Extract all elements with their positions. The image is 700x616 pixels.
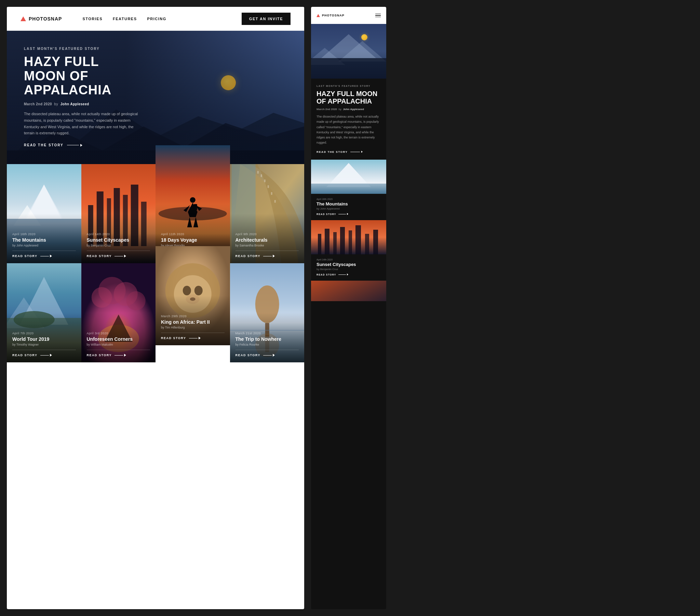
hamburger-menu-icon[interactable] xyxy=(375,14,381,17)
nav-pricing[interactable]: PRICING xyxy=(147,17,166,21)
arrow-icon xyxy=(40,255,52,257)
mobile-card-img-2 xyxy=(311,220,386,254)
grid-item-1[interactable]: April 16th 2020 The Mountains by John Ap… xyxy=(7,164,82,263)
grid-read-btn-7[interactable]: READ STORY xyxy=(161,333,225,340)
hero-author: John Appleseed xyxy=(61,102,89,106)
grid-item-7[interactable]: March 29th 2020 King on Africa: Part II … xyxy=(155,246,230,345)
mobile-header: PHOTOSNAP xyxy=(311,7,386,24)
grid-read-btn-4[interactable]: READ STORY xyxy=(236,250,299,258)
arrow-line xyxy=(40,355,49,356)
mobile-card-1[interactable]: April 16th 2020 The Mountains by John Ap… xyxy=(311,160,386,220)
grid-content-6: April 3rd 2020 Unforeseen Corners by Wil… xyxy=(82,326,156,362)
grid-read-label-1: READ STORY xyxy=(12,254,38,258)
grid-read-btn-2[interactable]: READ STORY xyxy=(87,250,150,258)
mobile-card-author-1: by John Appleseed xyxy=(316,207,381,210)
nav-features[interactable]: FEATURES xyxy=(113,17,137,21)
grid-item-2[interactable]: April 14th 2020 Sunset Cityscapes by Ben… xyxy=(82,164,156,263)
grid-title-1: The Mountains xyxy=(12,237,76,243)
mobile-card-content-1: April 16th 2020 The Mountains by John Ap… xyxy=(311,194,386,220)
hero-meta: March 2nd 2020 by John Appleseed xyxy=(24,102,140,106)
grid-title-3: 18 Days Voyage xyxy=(161,237,225,243)
mobile-hero-read-link[interactable]: READ THE STORY xyxy=(316,150,381,153)
svg-rect-74 xyxy=(365,234,369,254)
svg-rect-76 xyxy=(311,281,386,301)
grid-date-6: April 3rd 2020 xyxy=(87,332,150,335)
arrow-line xyxy=(40,256,49,256)
svg-rect-73 xyxy=(355,225,361,254)
grid-read-btn-6[interactable]: READ STORY xyxy=(87,350,150,357)
svg-rect-69 xyxy=(325,229,329,254)
mobile-read-btn-1[interactable]: READ STORY xyxy=(316,213,381,215)
mobile-partial-svg xyxy=(311,281,386,301)
hero-title: HAZY FULL MOON OF APPALACHIA xyxy=(24,55,140,97)
arrow-line xyxy=(350,152,360,152)
hamburger-line-1 xyxy=(375,14,381,14)
mobile-card-2[interactable]: April 14th 2020 Sunset Cityscapes by Ben… xyxy=(311,220,386,280)
mobile-read-label: READ THE STORY xyxy=(316,150,348,153)
grid-item-4[interactable]: April 9th 2020 Architecturals by Samanth… xyxy=(230,164,304,263)
logo[interactable]: PHOTOSNAP xyxy=(21,16,62,22)
grid-item-3[interactable]: April 11th 2020 18 Days Voyage by Alexei… xyxy=(155,145,230,263)
hamburger-line-3 xyxy=(375,17,381,17)
mobile-logo[interactable]: PHOTOSNAP xyxy=(316,14,345,17)
mobile-mtn-svg xyxy=(311,160,386,194)
arrow-icon xyxy=(67,144,83,147)
arrow-head xyxy=(273,354,275,357)
logo-triangle-icon xyxy=(21,16,26,21)
hamburger-line-2 xyxy=(375,15,381,16)
arrow-line xyxy=(263,256,272,256)
mobile-card-content-2: April 14th 2020 Sunset Cityscapes by Ben… xyxy=(311,254,386,280)
mobile-hero-title: HAZY FULL MOON OF APPALACHIA xyxy=(316,90,381,105)
grid-author-1: by John Appleseed xyxy=(12,244,76,247)
mobile-hero-eyebrow: LAST MONTH'S FEATURED STORY xyxy=(316,85,381,87)
read-story-label: READ THE STORY xyxy=(24,143,64,147)
mobile-read-label-2: READ STORY xyxy=(316,273,336,276)
mobile-read-label-1: READ STORY xyxy=(316,213,336,215)
mobile-card-title-2: Sunset Cityscapes xyxy=(316,262,381,267)
arrow-line xyxy=(338,274,346,275)
grid-content-8: March 21st 2020 The Trip to Nowhere by F… xyxy=(230,326,304,362)
grid-item-8[interactable]: March 21st 2020 The Trip to Nowhere by F… xyxy=(230,263,304,362)
arrow-head xyxy=(50,255,52,257)
arrow-head xyxy=(50,354,52,357)
mobile-hero-svg xyxy=(311,24,386,78)
arrow-icon xyxy=(263,255,275,257)
grid-item-5[interactable]: April 7th 2020 World Tour 2019 by Timoth… xyxy=(7,263,82,362)
svg-rect-70 xyxy=(333,232,337,254)
arrow-icon xyxy=(263,354,275,357)
arrow-icon xyxy=(338,273,348,275)
arrow-icon xyxy=(114,354,126,357)
grid-date-8: March 21st 2020 xyxy=(236,332,299,335)
grid-date-3: April 11th 2020 xyxy=(161,232,225,236)
hero-read-story-link[interactable]: READ THE STORY xyxy=(24,143,140,147)
grid-read-label-6: READ STORY xyxy=(87,354,112,357)
grid-item-6[interactable]: April 3rd 2020 Unforeseen Corners by Wil… xyxy=(82,263,156,362)
mobile-card-date-1: April 16th 2020 xyxy=(316,198,381,200)
arrow-icon xyxy=(114,255,126,257)
mobile-card-date-2: April 14th 2020 xyxy=(316,258,381,261)
mobile-read-btn-2[interactable]: READ STORY xyxy=(316,273,381,276)
grid-read-label-4: READ STORY xyxy=(236,254,261,258)
mobile-hero-image xyxy=(311,24,386,78)
mobile-logo-triangle-icon xyxy=(316,14,320,17)
main-nav: STORIES FEATURES PRICING xyxy=(83,17,241,21)
grid-title-6: Unforeseen Corners xyxy=(87,336,150,342)
mobile-card-title-1: The Mountains xyxy=(316,201,381,207)
grid-content-4: April 9th 2020 Architecturals by Samanth… xyxy=(230,227,304,263)
grid-title-7: King on Africa: Part II xyxy=(161,319,225,325)
hero-date: March 2nd 2020 xyxy=(24,102,52,106)
grid-read-btn-8[interactable]: READ STORY xyxy=(236,350,299,357)
mobile-card-img-1 xyxy=(311,160,386,194)
svg-rect-72 xyxy=(349,231,352,254)
main-header: PHOTOSNAP STORIES FEATURES PRICING GET A… xyxy=(7,7,304,31)
grid-read-btn-5[interactable]: READ STORY xyxy=(12,350,76,357)
hero-description: The dissected plateau area, while not ac… xyxy=(24,111,140,136)
arrow-icon xyxy=(40,354,52,357)
grid-title-4: Architecturals xyxy=(236,237,299,243)
grid-title-8: The Trip to Nowhere xyxy=(236,336,299,342)
grid-author-8: by Felicia Rourke xyxy=(236,343,299,346)
nav-stories[interactable]: STORIES xyxy=(83,17,102,21)
grid-read-btn-1[interactable]: READ STORY xyxy=(12,250,76,258)
get-invite-button[interactable]: GET AN INVITE xyxy=(242,13,290,25)
arrow-head xyxy=(124,255,126,257)
